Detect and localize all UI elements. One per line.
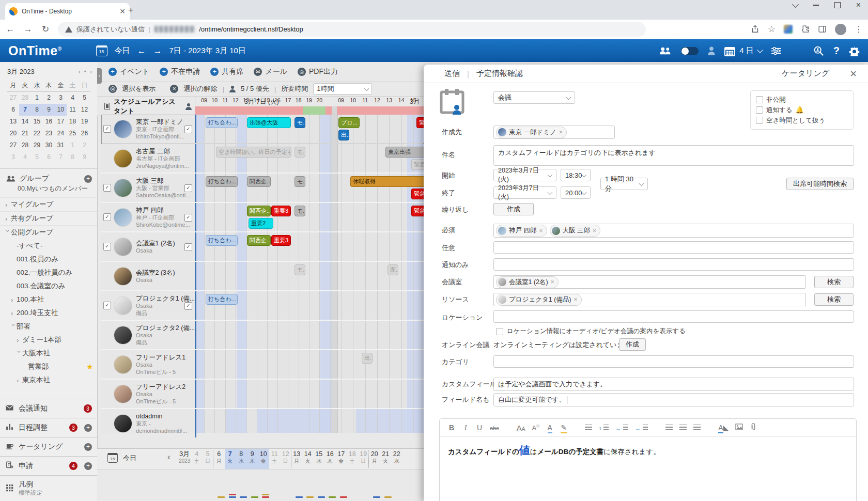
start-date-select[interactable]: 2023年3月7日 (火)	[493, 169, 556, 181]
flag-option[interactable]: 空き時間として扱う	[756, 115, 848, 126]
row-include-checkbox[interactable]: ✓	[184, 126, 192, 133]
owner-chip[interactable]: 東京 一郎ドミノ×	[496, 127, 567, 138]
event-chip[interactable]: モ..	[295, 117, 305, 128]
row-checkbox[interactable]: ✓	[103, 184, 111, 192]
timeline-day[interactable]: 12日	[280, 449, 291, 469]
event-chip[interactable]: 打ち合わ...	[206, 117, 238, 128]
schedule-row[interactable]: ✓神戸 四郎神戸 - IT企画部ShiroKobe@ontime...✓関西企.…	[101, 203, 424, 232]
mini-calendar-day[interactable]: 11	[67, 104, 79, 116]
row-timeline[interactable]: 打ち合わ...出張@大阪モ..プロ...緊急出...	[195, 115, 424, 143]
mini-calendar-day[interactable]: 30	[43, 139, 55, 151]
mini-calendar-today-icon[interactable]: •	[84, 68, 86, 75]
address-bar[interactable]: 保護されていない通信 | /ontime/ontimegcclient.nsf/…	[58, 22, 646, 37]
mini-calendar-prev-icon[interactable]: ‹	[79, 68, 81, 75]
schedule-row[interactable]: プロジェクタ2 (備...Osaka備品	[101, 321, 424, 350]
mini-calendar-day[interactable]: 15	[31, 116, 43, 128]
find-available-time-button[interactable]: 出席可能時間検索	[786, 178, 854, 190]
schedule-row[interactable]: ✓プロジェクタ1 (備...Osaka備品✓打ち合わ...	[101, 291, 424, 321]
mini-calendar-day[interactable]: 29	[31, 139, 43, 151]
duration-select-panel[interactable]: 1 時間 30 分	[600, 178, 648, 190]
timeline-day[interactable]: 7火	[225, 449, 236, 469]
highlight-icon[interactable]: ✎	[560, 424, 567, 432]
mini-calendar-day[interactable]: 9	[79, 151, 90, 163]
group-tree-item[interactable]: 営業部★	[0, 360, 97, 373]
end-date-select[interactable]: 2023年3月7日 (火)	[493, 186, 556, 199]
location-input[interactable]	[493, 310, 854, 323]
repeat-create-button[interactable]: 作成	[493, 203, 534, 215]
event-chip[interactable]: モ..	[295, 176, 305, 187]
row-checkbox[interactable]: ✓	[103, 302, 111, 309]
row-timeline[interactable]: 打ち合わ...	[195, 291, 424, 320]
toolbar-action-共有席[interactable]: +共有席	[210, 67, 243, 76]
mini-calendar-day[interactable]: 1	[67, 139, 79, 151]
event-chip[interactable]: 打ち合わ...	[206, 294, 238, 305]
timeline-day[interactable]: 22水	[391, 449, 402, 469]
assistant-person-icon[interactable]	[185, 103, 191, 109]
location-av-checkbox[interactable]	[496, 328, 503, 335]
flag-checkbox[interactable]	[756, 96, 763, 103]
optional-field[interactable]	[493, 241, 854, 254]
custom-field2-input[interactable]: 自由に変更可能です。	[493, 393, 854, 406]
resource-field[interactable]: プロジェクタ1 (備品)×	[493, 293, 806, 306]
attachment-icon[interactable]	[750, 423, 757, 433]
flag-option[interactable]: 非公開	[756, 95, 848, 105]
timeline-day[interactable]: 21火	[380, 449, 392, 469]
group-tree-item[interactable]: ›ダミー1本部	[0, 333, 97, 347]
schedule-row[interactable]: フリーアドレス1OsakaOnTimeビル - 5出...	[101, 350, 424, 380]
indent-icon[interactable]: →	[615, 424, 628, 432]
row-checkbox[interactable]: ✓	[103, 243, 111, 251]
subject-input[interactable]: カスタムフィールドはカテゴリの下に表示されます	[493, 145, 854, 166]
window-minimize-icon[interactable]	[813, 5, 819, 6]
event-chip[interactable]: 面...	[388, 264, 398, 275]
toolbar-action-PDF出力[interactable]: ⎙PDF出力	[298, 67, 338, 76]
sidebar-nav-item[interactable]: 凡例標準設定	[0, 475, 97, 501]
add-button[interactable]: +	[84, 424, 92, 432]
room-search-button[interactable]: 検索	[814, 276, 854, 288]
panel-close-icon[interactable]: ×	[850, 67, 857, 81]
group-default-item[interactable]: 00.Myいつものメンバー	[0, 184, 97, 197]
event-chip[interactable]: モ..	[295, 147, 305, 158]
tree-toggle-icon[interactable]: ›	[10, 324, 18, 330]
window-maximize-icon[interactable]	[834, 2, 841, 8]
group-tree-item[interactable]: 003.会議室のみ	[0, 279, 97, 293]
mini-calendar-day[interactable]: 4	[19, 151, 31, 163]
editor-body[interactable]: カスタムフィールドの値はメールDBの予定文書に保存されます。	[440, 437, 856, 464]
tree-toggle-icon[interactable]: ›	[17, 336, 22, 344]
next-range-icon[interactable]: →	[153, 46, 162, 56]
view-selector[interactable]: 4 日	[739, 46, 754, 56]
mini-calendar-next-icon[interactable]: ›	[90, 68, 92, 75]
mini-calendar-day[interactable]: 5	[79, 92, 90, 104]
event-chip[interactable]: 緊急	[411, 159, 424, 170]
category-input[interactable]	[493, 355, 854, 368]
timeline-day[interactable]: 20月	[369, 449, 380, 469]
row-timeline[interactable]: 空き時間扱い。終日の予定も可能...モ..東京出張緊急	[195, 144, 424, 173]
add-button[interactable]: +	[84, 462, 92, 470]
group-tree-item[interactable]: ›200.埼玉支社	[0, 306, 97, 320]
clear-selection-button[interactable]: 選択の解除	[183, 84, 217, 93]
group-tree-item[interactable]: ›共有グループ	[0, 211, 97, 225]
sidebar-nav-item[interactable]: 日程調整3+	[0, 418, 97, 437]
mini-calendar-day[interactable]: 25	[67, 128, 79, 139]
toolbar-action-不在申請[interactable]: +不在申請	[160, 67, 200, 76]
window-close-icon[interactable]: ×	[856, 3, 861, 8]
event-chip[interactable]: 重要3	[271, 206, 291, 216]
underline-icon[interactable]: U	[476, 424, 483, 432]
event-chip[interactable]: 打ち合わ...	[206, 235, 238, 246]
timeline-day[interactable]: 19日	[358, 449, 369, 469]
row-timeline[interactable]: モ..面...	[195, 262, 424, 290]
add-button[interactable]: +	[84, 443, 92, 451]
row-checkbox[interactable]: ✓	[103, 125, 111, 133]
show-selection-button[interactable]: 選択を表示	[122, 84, 156, 93]
settings-gear-icon[interactable]	[849, 45, 860, 56]
mini-calendar-day[interactable]: 6	[7, 104, 19, 116]
image-icon[interactable]	[735, 424, 743, 432]
fyi-field[interactable]	[493, 258, 854, 271]
bookmark-star-icon[interactable]: ☆	[768, 24, 776, 35]
mini-calendar-day[interactable]: 28	[19, 92, 31, 104]
side-panel-icon[interactable]	[818, 25, 827, 34]
mini-calendar-day[interactable]: 19	[79, 116, 90, 128]
timeline-day[interactable]: 9木	[247, 449, 258, 469]
superscript-icon[interactable]: A◇	[532, 424, 539, 432]
timeline-today-button[interactable]: 今日	[123, 453, 136, 463]
mini-calendar-day[interactable]: 16	[43, 116, 55, 128]
